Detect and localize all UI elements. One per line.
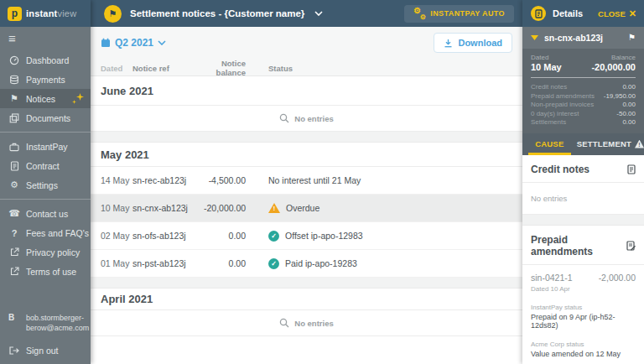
sidebar-divider (0, 199, 91, 200)
sidebar-item-fees-faq[interactable]: ? Fees and FAQ's (0, 223, 91, 242)
download-label: Download (458, 38, 502, 48)
instantpay-status-value: Prepaid on 9 Apr (ip-h52-12ds82) (531, 313, 636, 330)
card-divider (531, 77, 636, 78)
instantpay-auto-button[interactable]: ⚙⚙ INSTANTPAY AUTO (404, 5, 514, 23)
search-icon (279, 113, 289, 123)
tab-cause[interactable]: CAUSE (522, 133, 577, 155)
breakdown-label: 0 day(s) interest (531, 110, 579, 119)
cell-dated: 10 May (101, 203, 132, 213)
amendment-amount: -2,000.00 (599, 273, 636, 283)
amendment-card[interactable]: sin-0421-1 -2,000.00 Dated 10 Apr Instan… (522, 265, 644, 364)
table-row-selected[interactable]: 10 May sn-cnx-ab123j -20,000.00 Overdue (91, 195, 522, 222)
collapse-triangle-icon[interactable] (531, 35, 538, 40)
briefcase-icon (8, 142, 20, 152)
tab-cause-label: CAUSE (535, 139, 564, 148)
sidebar-item-label: Privacy policy (26, 247, 80, 257)
sign-out-icon (8, 346, 20, 355)
check-icon (268, 231, 279, 242)
check-icon (268, 258, 279, 269)
warning-icon (268, 203, 280, 213)
breakdown-value: -50.00 (616, 110, 636, 119)
section-gap (91, 278, 522, 289)
cell-dated: 14 May (101, 175, 132, 185)
table-row[interactable]: 14 May sn-rec-ab123j -4,500.00 No intere… (91, 167, 522, 195)
sign-out-button[interactable]: Sign out (8, 346, 86, 356)
status-text: No interest until 21 May (268, 175, 361, 185)
app-logo: p instantview (0, 0, 91, 27)
sidebar-item-label: Terms of use (26, 267, 76, 277)
main-area: ⚑ Settlement notices - {Customer name} ⚙… (91, 0, 522, 364)
search-icon (279, 318, 289, 328)
sidebar-item-instantpay[interactable]: InstantPay (0, 137, 91, 156)
breakdown-value: 0.00 (622, 83, 636, 92)
cell-status: Paid ip-apo-19283 (246, 258, 522, 269)
prepaid-amendments-title: Prepaid amendments (531, 234, 626, 257)
close-icon: ✕ (629, 9, 636, 18)
sidebar-item-privacy-policy[interactable]: Privacy policy (0, 242, 91, 262)
instantpay-status-label: InstantPay status (531, 304, 636, 311)
cell-notice-ref: sn-cnx-ab123j (132, 203, 204, 213)
external-link-icon (8, 267, 20, 276)
breakdown-label: Prepaid amendments (531, 92, 595, 101)
sidebar-item-dashboard[interactable]: Dashboard (0, 50, 91, 70)
sidebar-item-contact-us[interactable]: ☎ Contact us (0, 204, 91, 223)
notice-ref: sn-cnx-ab123j (544, 33, 622, 43)
brand-name: instantview (26, 8, 76, 18)
menu-icon[interactable]: ≡ (0, 27, 91, 44)
table-row[interactable]: 02 May sn-ofs-ab123j 0.00 Offset ip-apo-… (91, 222, 522, 250)
user-email-text: bob.stormberger-berow@acme.com (26, 313, 89, 333)
sidebar-item-label: InstantPay (26, 142, 68, 152)
period-selector[interactable]: Q2 2021 (101, 37, 166, 49)
dashboard-icon (8, 55, 20, 65)
sidebar-item-label: Dashboard (26, 55, 69, 65)
sidebar-item-terms-of-use[interactable]: Terms of use (0, 262, 91, 281)
cell-notice-ref: sn-pst-ab123j (132, 258, 204, 268)
acme-status-label: Acme Corp status (531, 341, 636, 348)
gears-icon: ⚙⚙ (413, 8, 426, 19)
details-panel: Details CLOSE ✕ sn-cnx-ab123j ⚑ Dated Ba… (522, 0, 644, 364)
column-status: Status (246, 64, 522, 73)
notice-summary: sn-cnx-ab123j ⚑ Dated Balance 10 May -20… (522, 27, 644, 133)
section-title-may: May 2021 (91, 143, 522, 167)
breakdown-label: Settlements (531, 118, 566, 127)
sidebar-item-label: Notices (26, 94, 55, 104)
sparkles-icon (71, 93, 84, 104)
sidebar-item-notices[interactable]: ⚑ Notices (0, 89, 91, 108)
amendment-ref: sin-0421-1 (531, 273, 573, 283)
sidebar-item-label: Payments (26, 75, 65, 85)
sidebar-item-label: Fees and FAQ's (26, 228, 89, 238)
status-text: Offset ip-apo-12983 (285, 231, 363, 241)
title-chevron-down-icon[interactable] (314, 11, 323, 16)
cell-status: Overdue (246, 203, 522, 213)
document-edit-icon (626, 241, 636, 251)
sidebar-divider (0, 132, 91, 133)
dated-label: Dated (531, 54, 548, 61)
document-icon (627, 164, 636, 174)
cause-tab-content: Credit notes No entries Prepaid amendmen… (522, 155, 644, 364)
gears-icon: ⚙ (8, 179, 20, 190)
breakdown-value: 0.00 (622, 101, 636, 110)
dated-value: 10 May (531, 62, 562, 72)
table-header: Dated Notice ref Notice balance Status (91, 59, 522, 75)
notices-flag-icon: ⚑ (104, 5, 122, 23)
sidebar-item-label: Contract (26, 161, 60, 171)
download-button[interactable]: Download (434, 33, 512, 53)
brand-light: view (57, 8, 76, 18)
balance-value: -20,000.00 (591, 62, 636, 72)
sidebar-item-contract[interactable]: Contract (0, 156, 91, 175)
flag-icon[interactable]: ⚑ (628, 34, 636, 42)
sidebar-nav: Dashboard Payments ⚑ Notices Documents (0, 50, 91, 281)
tab-settlement-label: SETTLEMENT (577, 139, 631, 148)
close-button[interactable]: CLOSE ✕ (598, 9, 636, 18)
coins-icon (8, 75, 20, 85)
sidebar-item-documents[interactable]: Documents (0, 108, 91, 127)
sidebar-item-payments[interactable]: Payments (0, 70, 91, 89)
details-tabbar: CAUSE SETTLEMENT (522, 133, 644, 155)
empty-label: No entries (294, 114, 333, 123)
cell-status: No interest until 21 May (246, 175, 522, 185)
notice-ref-row[interactable]: sn-cnx-ab123j ⚑ (522, 27, 644, 49)
tab-settlement[interactable]: SETTLEMENT (577, 133, 644, 155)
section-title-april: April 2021 (91, 289, 522, 310)
sidebar-item-settings[interactable]: ⚙ Settings (0, 175, 91, 195)
table-row[interactable]: 01 May sn-pst-ab123j 0.00 Paid ip-apo-19… (91, 250, 522, 278)
